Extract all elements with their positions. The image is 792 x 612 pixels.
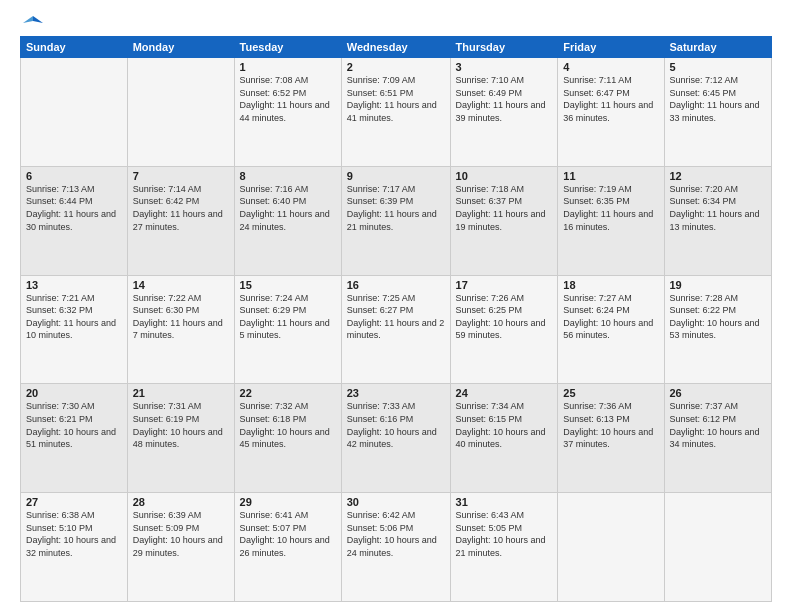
day-number: 3 xyxy=(456,61,553,73)
logo-bird-icon xyxy=(23,16,43,30)
day-info: Sunrise: 6:41 AM Sunset: 5:07 PM Dayligh… xyxy=(240,509,336,559)
day-number: 18 xyxy=(563,279,658,291)
day-cell: 22Sunrise: 7:32 AM Sunset: 6:18 PM Dayli… xyxy=(234,384,341,493)
day-cell: 16Sunrise: 7:25 AM Sunset: 6:27 PM Dayli… xyxy=(341,275,450,384)
day-number: 21 xyxy=(133,387,229,399)
day-number: 12 xyxy=(670,170,767,182)
day-info: Sunrise: 7:09 AM Sunset: 6:51 PM Dayligh… xyxy=(347,74,445,124)
day-number: 25 xyxy=(563,387,658,399)
day-cell: 23Sunrise: 7:33 AM Sunset: 6:16 PM Dayli… xyxy=(341,384,450,493)
day-cell: 3Sunrise: 7:10 AM Sunset: 6:49 PM Daylig… xyxy=(450,58,558,167)
day-info: Sunrise: 7:13 AM Sunset: 6:44 PM Dayligh… xyxy=(26,183,122,233)
day-info: Sunrise: 7:34 AM Sunset: 6:15 PM Dayligh… xyxy=(456,400,553,450)
day-number: 16 xyxy=(347,279,445,291)
day-cell: 20Sunrise: 7:30 AM Sunset: 6:21 PM Dayli… xyxy=(21,384,128,493)
day-info: Sunrise: 7:28 AM Sunset: 6:22 PM Dayligh… xyxy=(670,292,767,342)
day-info: Sunrise: 6:43 AM Sunset: 5:05 PM Dayligh… xyxy=(456,509,553,559)
day-cell: 9Sunrise: 7:17 AM Sunset: 6:39 PM Daylig… xyxy=(341,166,450,275)
day-info: Sunrise: 6:39 AM Sunset: 5:09 PM Dayligh… xyxy=(133,509,229,559)
weekday-header-tuesday: Tuesday xyxy=(234,37,341,58)
logo xyxy=(20,16,43,28)
calendar-table: SundayMondayTuesdayWednesdayThursdayFrid… xyxy=(20,36,772,602)
day-number: 23 xyxy=(347,387,445,399)
week-row-2: 6Sunrise: 7:13 AM Sunset: 6:44 PM Daylig… xyxy=(21,166,772,275)
day-number: 1 xyxy=(240,61,336,73)
day-info: Sunrise: 7:30 AM Sunset: 6:21 PM Dayligh… xyxy=(26,400,122,450)
day-number: 29 xyxy=(240,496,336,508)
day-info: Sunrise: 7:18 AM Sunset: 6:37 PM Dayligh… xyxy=(456,183,553,233)
day-number: 13 xyxy=(26,279,122,291)
day-number: 7 xyxy=(133,170,229,182)
day-cell: 14Sunrise: 7:22 AM Sunset: 6:30 PM Dayli… xyxy=(127,275,234,384)
day-info: Sunrise: 7:14 AM Sunset: 6:42 PM Dayligh… xyxy=(133,183,229,233)
weekday-header-sunday: Sunday xyxy=(21,37,128,58)
day-info: Sunrise: 7:20 AM Sunset: 6:34 PM Dayligh… xyxy=(670,183,767,233)
day-cell: 25Sunrise: 7:36 AM Sunset: 6:13 PM Dayli… xyxy=(558,384,664,493)
day-cell: 19Sunrise: 7:28 AM Sunset: 6:22 PM Dayli… xyxy=(664,275,772,384)
day-cell: 30Sunrise: 6:42 AM Sunset: 5:06 PM Dayli… xyxy=(341,493,450,602)
day-info: Sunrise: 7:37 AM Sunset: 6:12 PM Dayligh… xyxy=(670,400,767,450)
day-number: 19 xyxy=(670,279,767,291)
day-cell: 28Sunrise: 6:39 AM Sunset: 5:09 PM Dayli… xyxy=(127,493,234,602)
day-number: 17 xyxy=(456,279,553,291)
day-cell: 15Sunrise: 7:24 AM Sunset: 6:29 PM Dayli… xyxy=(234,275,341,384)
day-cell: 17Sunrise: 7:26 AM Sunset: 6:25 PM Dayli… xyxy=(450,275,558,384)
day-number: 26 xyxy=(670,387,767,399)
day-number: 2 xyxy=(347,61,445,73)
day-cell xyxy=(127,58,234,167)
day-cell: 2Sunrise: 7:09 AM Sunset: 6:51 PM Daylig… xyxy=(341,58,450,167)
week-row-5: 27Sunrise: 6:38 AM Sunset: 5:10 PM Dayli… xyxy=(21,493,772,602)
day-info: Sunrise: 6:38 AM Sunset: 5:10 PM Dayligh… xyxy=(26,509,122,559)
day-number: 14 xyxy=(133,279,229,291)
svg-marker-0 xyxy=(33,16,43,23)
day-cell: 24Sunrise: 7:34 AM Sunset: 6:15 PM Dayli… xyxy=(450,384,558,493)
calendar-page: SundayMondayTuesdayWednesdayThursdayFrid… xyxy=(0,0,792,612)
weekday-header-row: SundayMondayTuesdayWednesdayThursdayFrid… xyxy=(21,37,772,58)
day-cell: 13Sunrise: 7:21 AM Sunset: 6:32 PM Dayli… xyxy=(21,275,128,384)
header xyxy=(20,16,772,28)
day-number: 24 xyxy=(456,387,553,399)
day-info: Sunrise: 7:08 AM Sunset: 6:52 PM Dayligh… xyxy=(240,74,336,124)
day-info: Sunrise: 7:31 AM Sunset: 6:19 PM Dayligh… xyxy=(133,400,229,450)
day-cell: 18Sunrise: 7:27 AM Sunset: 6:24 PM Dayli… xyxy=(558,275,664,384)
day-cell xyxy=(664,493,772,602)
day-cell: 21Sunrise: 7:31 AM Sunset: 6:19 PM Dayli… xyxy=(127,384,234,493)
week-row-1: 1Sunrise: 7:08 AM Sunset: 6:52 PM Daylig… xyxy=(21,58,772,167)
day-info: Sunrise: 7:11 AM Sunset: 6:47 PM Dayligh… xyxy=(563,74,658,124)
day-number: 11 xyxy=(563,170,658,182)
day-number: 22 xyxy=(240,387,336,399)
day-cell xyxy=(558,493,664,602)
week-row-3: 13Sunrise: 7:21 AM Sunset: 6:32 PM Dayli… xyxy=(21,275,772,384)
day-cell: 27Sunrise: 6:38 AM Sunset: 5:10 PM Dayli… xyxy=(21,493,128,602)
day-cell: 6Sunrise: 7:13 AM Sunset: 6:44 PM Daylig… xyxy=(21,166,128,275)
day-info: Sunrise: 7:17 AM Sunset: 6:39 PM Dayligh… xyxy=(347,183,445,233)
day-cell: 29Sunrise: 6:41 AM Sunset: 5:07 PM Dayli… xyxy=(234,493,341,602)
day-number: 28 xyxy=(133,496,229,508)
day-cell xyxy=(21,58,128,167)
day-cell: 31Sunrise: 6:43 AM Sunset: 5:05 PM Dayli… xyxy=(450,493,558,602)
weekday-header-wednesday: Wednesday xyxy=(341,37,450,58)
weekday-header-friday: Friday xyxy=(558,37,664,58)
day-cell: 8Sunrise: 7:16 AM Sunset: 6:40 PM Daylig… xyxy=(234,166,341,275)
day-info: Sunrise: 7:21 AM Sunset: 6:32 PM Dayligh… xyxy=(26,292,122,342)
day-info: Sunrise: 7:24 AM Sunset: 6:29 PM Dayligh… xyxy=(240,292,336,342)
svg-marker-1 xyxy=(23,16,33,23)
weekday-header-saturday: Saturday xyxy=(664,37,772,58)
day-cell: 11Sunrise: 7:19 AM Sunset: 6:35 PM Dayli… xyxy=(558,166,664,275)
day-number: 10 xyxy=(456,170,553,182)
day-cell: 26Sunrise: 7:37 AM Sunset: 6:12 PM Dayli… xyxy=(664,384,772,493)
day-cell: 10Sunrise: 7:18 AM Sunset: 6:37 PM Dayli… xyxy=(450,166,558,275)
day-number: 31 xyxy=(456,496,553,508)
day-info: Sunrise: 7:33 AM Sunset: 6:16 PM Dayligh… xyxy=(347,400,445,450)
day-info: Sunrise: 7:27 AM Sunset: 6:24 PM Dayligh… xyxy=(563,292,658,342)
day-number: 5 xyxy=(670,61,767,73)
day-cell: 1Sunrise: 7:08 AM Sunset: 6:52 PM Daylig… xyxy=(234,58,341,167)
day-info: Sunrise: 6:42 AM Sunset: 5:06 PM Dayligh… xyxy=(347,509,445,559)
day-info: Sunrise: 7:10 AM Sunset: 6:49 PM Dayligh… xyxy=(456,74,553,124)
weekday-header-monday: Monday xyxy=(127,37,234,58)
day-cell: 12Sunrise: 7:20 AM Sunset: 6:34 PM Dayli… xyxy=(664,166,772,275)
day-number: 4 xyxy=(563,61,658,73)
day-info: Sunrise: 7:12 AM Sunset: 6:45 PM Dayligh… xyxy=(670,74,767,124)
day-cell: 7Sunrise: 7:14 AM Sunset: 6:42 PM Daylig… xyxy=(127,166,234,275)
day-cell: 5Sunrise: 7:12 AM Sunset: 6:45 PM Daylig… xyxy=(664,58,772,167)
